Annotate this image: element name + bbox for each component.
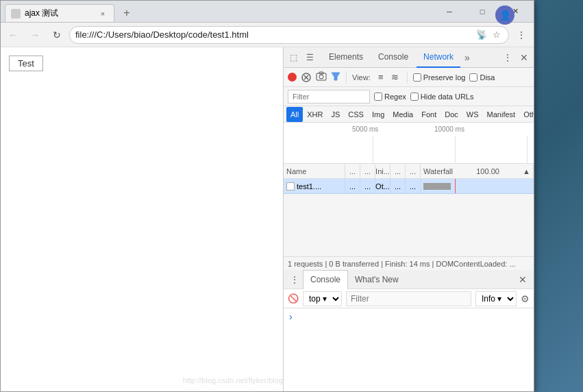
filter-input[interactable]	[288, 90, 370, 103]
th-name[interactable]: Name	[284, 164, 345, 178]
waterfall-line	[455, 179, 456, 193]
regex-label: Regex	[384, 93, 406, 101]
th-col6[interactable]: ...	[406, 164, 421, 178]
th-initiator[interactable]: Ini...	[375, 164, 390, 178]
page-content: Test http://blog.csdn.net/flyker/blog	[1, 47, 283, 391]
tab-elements[interactable]: Elements	[322, 47, 370, 68]
inspect-icon[interactable]: ⬚	[286, 51, 300, 64]
type-filter-font[interactable]: Font	[417, 107, 441, 122]
tab-area: ajax 测试 × +	[1, 1, 434, 22]
waterfall-bar	[423, 183, 451, 190]
row-icon	[286, 182, 295, 191]
view-label: View:	[352, 73, 371, 82]
th-col5[interactable]: ...	[390, 164, 406, 178]
td-col3: ...	[360, 179, 375, 193]
devtools-more-tabs[interactable]: »	[462, 52, 473, 63]
type-filter-all[interactable]: All	[286, 107, 303, 122]
console-menu-button[interactable]: ⋮	[286, 271, 303, 288]
watermark-text: http://blog.csdn.net/flyker/blog	[183, 376, 283, 384]
regex-option[interactable]: Regex	[374, 93, 406, 101]
browser-window: ajax 测试 × + ─ □ ✕ ← → ↻ file:///C:/Users…	[0, 0, 534, 392]
console-loglevel-select[interactable]: Info ▾	[475, 291, 517, 306]
devtools-menu-button[interactable]: ⋮	[501, 51, 514, 64]
more-button[interactable]: ⋮	[512, 25, 531, 45]
td-col2: ...	[345, 179, 360, 193]
type-filter-manifest[interactable]: Manifest	[483, 107, 520, 122]
console-no-entry-icon[interactable]: 🚫	[288, 293, 299, 304]
type-filter-js[interactable]: JS	[327, 107, 344, 122]
title-bar: ajax 测试 × + ─ □ ✕	[1, 1, 534, 23]
disable-cache-label: Disa	[480, 73, 495, 82]
console-input-arrow[interactable]: ›	[289, 311, 293, 322]
timeline-area: 5000 ms 10000 ms	[284, 123, 534, 164]
disable-cache-checkbox[interactable]	[469, 73, 477, 82]
regex-checkbox[interactable]	[374, 93, 382, 101]
screenshot-button[interactable]	[316, 71, 327, 83]
type-filter-doc[interactable]: Doc	[441, 107, 462, 122]
hide-data-urls-checkbox[interactable]	[410, 93, 419, 101]
type-filter-other[interactable]: Other	[519, 107, 534, 122]
filter-bar: Regex Hide data URLs	[284, 87, 534, 106]
active-tab[interactable]: ajax 测试 ×	[5, 4, 114, 22]
test-button[interactable]: Test	[9, 56, 43, 71]
console-input-bar: 🚫 top ▾ Info ▾ ⚙	[284, 289, 534, 308]
forward-button[interactable]: →	[25, 25, 45, 45]
tab-close-button[interactable]: ×	[97, 8, 108, 19]
address-bar[interactable]: file:///C:/Users/biao/Desktop/code/test1…	[69, 26, 509, 44]
toolbar-right: ⋮	[512, 25, 531, 45]
window-controls: ─ □ ✕	[434, 1, 534, 23]
toolbar-divider-2	[407, 72, 408, 83]
devtools-tabs: ⬚ ☰ Elements Console Network » ⋮ ✕	[284, 47, 534, 68]
console-tab-whatsnew[interactable]: What's New	[348, 270, 406, 289]
type-filter-ws[interactable]: WS	[462, 107, 483, 122]
back-button[interactable]: ←	[3, 25, 23, 45]
device-icon[interactable]: ☰	[303, 51, 317, 64]
address-icons: 📡 ☆	[475, 29, 503, 41]
devtools-panel: ⬚ ☰ Elements Console Network » ⋮ ✕	[283, 47, 534, 391]
hide-data-urls-option[interactable]: Hide data URLs	[410, 93, 474, 101]
th-waterfall[interactable]: Waterfall 100.00 ▲	[421, 164, 534, 178]
refresh-button[interactable]: ↻	[47, 25, 66, 45]
timeline-line-2	[455, 136, 456, 163]
network-toolbar: View: ≡ ≋ Preserve log Disa	[284, 68, 534, 87]
tab-console[interactable]: Console	[371, 47, 415, 68]
timeline-line-1	[373, 136, 373, 163]
record-button[interactable]	[288, 73, 297, 82]
tab-title: ajax 测试	[25, 8, 93, 19]
minimize-button[interactable]: ─	[434, 1, 465, 23]
maximize-button[interactable]: □	[467, 1, 498, 23]
cast-icon[interactable]: 📡	[475, 29, 488, 41]
type-filter-xhr[interactable]: XHR	[303, 107, 327, 122]
console-tabs: ⋮ Console What's New ✕	[284, 270, 534, 289]
td-col5: ...	[390, 179, 406, 193]
disable-cache-option[interactable]: Disa	[469, 73, 495, 82]
type-filter-media[interactable]: Media	[388, 107, 417, 122]
bookmark-icon[interactable]: ☆	[491, 29, 503, 41]
console-context-select[interactable]: top ▾	[303, 291, 342, 306]
waterfall-view-button[interactable]: ≋	[389, 71, 401, 84]
th-col2[interactable]: ...	[345, 164, 360, 178]
tab-favicon	[11, 9, 21, 19]
svg-marker-6	[332, 73, 340, 80]
console-filter-input[interactable]	[346, 291, 471, 306]
td-name: test1....	[284, 179, 345, 193]
th-col3[interactable]: ...	[360, 164, 375, 178]
console-tab-console[interactable]: Console	[303, 270, 348, 289]
console-close-button[interactable]: ✕	[514, 271, 531, 288]
td-initiator: Ot...	[375, 179, 390, 193]
preserve-log-option[interactable]: Preserve log	[413, 73, 466, 82]
devtools-close-button[interactable]: ✕	[517, 51, 531, 64]
new-tab-button[interactable]: +	[117, 4, 136, 22]
preserve-log-checkbox[interactable]	[413, 73, 421, 82]
console-gear-button[interactable]: ⚙	[521, 293, 530, 304]
profile-icon[interactable]: 👤	[495, 5, 514, 25]
tab-network[interactable]: Network	[417, 47, 460, 68]
table-row[interactable]: test1.... ... ... Ot... ... ...	[284, 179, 534, 194]
td-col6: ...	[406, 179, 421, 193]
type-filter-img[interactable]: Img	[368, 107, 388, 122]
clear-button[interactable]	[301, 72, 312, 83]
list-view-button[interactable]: ≡	[375, 71, 387, 84]
svg-point-4	[319, 75, 323, 79]
type-filter-css[interactable]: CSS	[344, 107, 368, 122]
filter-button[interactable]	[331, 71, 340, 83]
